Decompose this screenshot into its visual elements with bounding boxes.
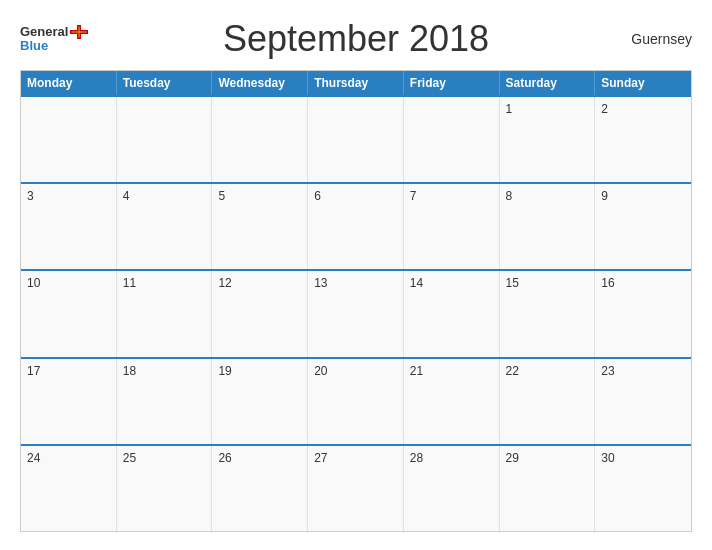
calendar-cell: 28	[404, 446, 500, 531]
day-number: 6	[314, 189, 321, 203]
calendar-cell: 1	[500, 97, 596, 182]
day-number: 14	[410, 276, 423, 290]
weekday-header-friday: Friday	[404, 71, 500, 95]
calendar-cell: 2	[595, 97, 691, 182]
day-number: 23	[601, 364, 614, 378]
calendar-week-1: 12	[21, 95, 691, 182]
day-number: 27	[314, 451, 327, 465]
calendar-cell: 17	[21, 359, 117, 444]
calendar-cell	[21, 97, 117, 182]
calendar-cell: 11	[117, 271, 213, 356]
calendar-body: 1234567891011121314151617181920212223242…	[21, 95, 691, 531]
calendar-cell: 26	[212, 446, 308, 531]
day-number: 16	[601, 276, 614, 290]
day-number: 9	[601, 189, 608, 203]
day-number: 2	[601, 102, 608, 116]
day-number: 10	[27, 276, 40, 290]
calendar-cell: 18	[117, 359, 213, 444]
calendar-cell: 30	[595, 446, 691, 531]
day-number: 7	[410, 189, 417, 203]
day-number: 18	[123, 364, 136, 378]
calendar-cell: 8	[500, 184, 596, 269]
day-number: 11	[123, 276, 136, 290]
weekday-header-monday: Monday	[21, 71, 117, 95]
calendar-cell: 12	[212, 271, 308, 356]
page-title: September 2018	[110, 18, 602, 60]
calendar-cell: 29	[500, 446, 596, 531]
calendar: MondayTuesdayWednesdayThursdayFridaySatu…	[20, 70, 692, 532]
country-label: Guernsey	[602, 31, 692, 47]
calendar-cell: 20	[308, 359, 404, 444]
day-number: 19	[218, 364, 231, 378]
day-number: 28	[410, 451, 423, 465]
calendar-week-2: 3456789	[21, 182, 691, 269]
calendar-header: MondayTuesdayWednesdayThursdayFridaySatu…	[21, 71, 691, 95]
calendar-cell: 19	[212, 359, 308, 444]
svg-rect-4	[72, 31, 87, 32]
calendar-cell: 4	[117, 184, 213, 269]
day-number: 25	[123, 451, 136, 465]
calendar-cell: 6	[308, 184, 404, 269]
day-number: 8	[506, 189, 513, 203]
day-number: 1	[506, 102, 513, 116]
calendar-cell: 22	[500, 359, 596, 444]
calendar-cell: 16	[595, 271, 691, 356]
day-number: 13	[314, 276, 327, 290]
calendar-cell: 21	[404, 359, 500, 444]
weekday-header-tuesday: Tuesday	[117, 71, 213, 95]
calendar-week-4: 17181920212223	[21, 357, 691, 444]
calendar-cell	[404, 97, 500, 182]
logo-blue-text: Blue	[20, 39, 48, 53]
header: General Blue September 2018 Guernsey	[20, 18, 692, 60]
weekday-header-sunday: Sunday	[595, 71, 691, 95]
calendar-page: General Blue September 2018 Guernsey Mon…	[0, 0, 712, 550]
day-number: 24	[27, 451, 40, 465]
day-number: 30	[601, 451, 614, 465]
day-number: 15	[506, 276, 519, 290]
calendar-cell	[212, 97, 308, 182]
day-number: 5	[218, 189, 225, 203]
calendar-cell: 7	[404, 184, 500, 269]
day-number: 21	[410, 364, 423, 378]
calendar-cell: 5	[212, 184, 308, 269]
calendar-cell: 14	[404, 271, 500, 356]
calendar-cell: 13	[308, 271, 404, 356]
calendar-week-3: 10111213141516	[21, 269, 691, 356]
day-number: 22	[506, 364, 519, 378]
day-number: 20	[314, 364, 327, 378]
day-number: 3	[27, 189, 34, 203]
calendar-cell: 23	[595, 359, 691, 444]
day-number: 17	[27, 364, 40, 378]
calendar-cell	[308, 97, 404, 182]
weekday-header-thursday: Thursday	[308, 71, 404, 95]
calendar-cell: 15	[500, 271, 596, 356]
logo-general-text: General	[20, 25, 68, 39]
day-number: 29	[506, 451, 519, 465]
day-number: 12	[218, 276, 231, 290]
calendar-cell: 25	[117, 446, 213, 531]
weekday-header-saturday: Saturday	[500, 71, 596, 95]
logo-flag-icon	[70, 25, 88, 39]
calendar-cell	[117, 97, 213, 182]
weekday-header-wednesday: Wednesday	[212, 71, 308, 95]
calendar-cell: 9	[595, 184, 691, 269]
calendar-cell: 10	[21, 271, 117, 356]
calendar-week-5: 24252627282930	[21, 444, 691, 531]
logo: General Blue	[20, 25, 110, 54]
day-number: 4	[123, 189, 130, 203]
calendar-cell: 27	[308, 446, 404, 531]
calendar-cell: 24	[21, 446, 117, 531]
day-number: 26	[218, 451, 231, 465]
calendar-cell: 3	[21, 184, 117, 269]
